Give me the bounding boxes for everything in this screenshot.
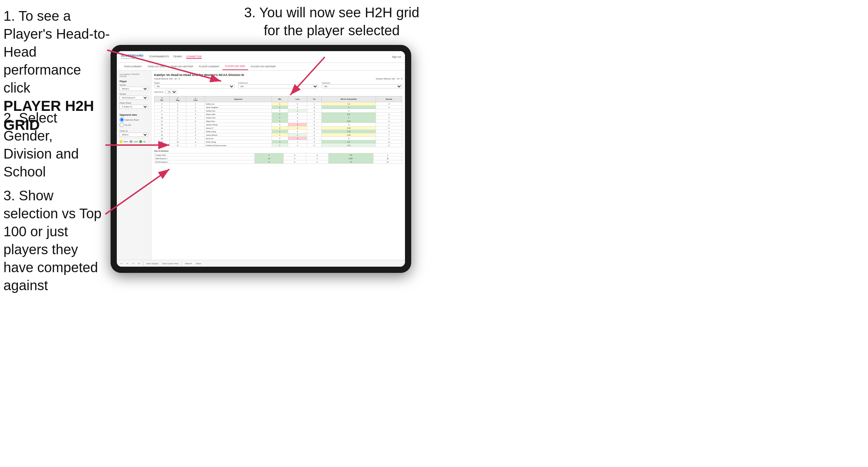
sidebar-division-select[interactable]: NCAA Division III: [120, 96, 148, 100]
nav-committee[interactable]: COMMITTEE: [186, 55, 202, 59]
cell-div: 20: [154, 144, 170, 147]
dot-level-label: Level: [134, 141, 138, 143]
out-table-row: Foreign Team 1 0 0 4.5 2: [154, 153, 402, 157]
nav-sign-out[interactable]: Sign out: [392, 56, 401, 58]
cell-tie: 0: [307, 130, 321, 133]
cell-tie: 0: [307, 123, 321, 126]
record-row: Overall Record: 353 - 34 - 6 Division Re…: [154, 78, 402, 80]
toolbar-undo[interactable]: ↩: [120, 262, 123, 265]
sidebar-radio-opponents-played[interactable]: Opponents Played: [120, 117, 148, 122]
filter-opponent-select[interactable]: (All): [322, 84, 402, 88]
toolbar-redo2[interactable]: ⟳: [137, 262, 141, 265]
cell-reg: 2: [169, 120, 186, 123]
toolbar-watch[interactable]: Watch ▾: [184, 262, 193, 265]
cell-opponent: Eunice Yi: [205, 126, 272, 130]
sidebar-gender-select[interactable]: Women's: [120, 87, 148, 91]
cell-tie: 0: [307, 126, 321, 130]
table-row: 9 1 4 Sharon Mun 1 0 0 3.67 3: [154, 113, 402, 116]
cell-loss: 3: [288, 123, 307, 126]
cell-loss: 1: [288, 140, 307, 144]
sub-nav-team-h2h-grid[interactable]: TEAM H2H GRID: [145, 63, 168, 70]
out-cell-diff: 4.5: [328, 153, 373, 157]
cell-tie: 0: [307, 120, 321, 123]
cell-opponent: Stella Cheng: [205, 130, 272, 133]
cell-win: 4: [272, 140, 288, 144]
cell-rounds: 4: [376, 130, 402, 133]
cell-diff: 0.38: [321, 126, 376, 130]
cell-div: 15: [154, 130, 170, 133]
sub-nav-team-heatmap[interactable]: TEAM H2H HEATMAP: [168, 63, 196, 70]
cell-conf: 3: [186, 109, 205, 113]
cell-rounds: 11: [376, 140, 402, 144]
sub-nav-team-summary[interactable]: TEAM SUMMARY: [121, 63, 145, 70]
cell-win: 0: [272, 137, 288, 140]
cell-opponent: Heejo Hyun: [205, 120, 272, 123]
cell-reg: 1: [169, 123, 186, 126]
sidebar-player-rank-select[interactable]: 8. Katelyn Vo: [120, 105, 148, 109]
sidebar-player-title: Player: [120, 80, 148, 83]
nav-teams[interactable]: TEAMS: [173, 55, 182, 59]
table-row: 20 11 7 Federica Domecq Lacroze 2 1 0 1.…: [154, 144, 402, 147]
cell-opponent: Sydney Kuo: [205, 109, 272, 113]
dot-down: [120, 140, 122, 143]
table-row: 18 2 2 Euna Lee 0 3 0 -5 2: [154, 137, 402, 140]
logo-area: SCOREBOARD Powered by clippd: [121, 54, 143, 59]
cell-diff: 1.33: [321, 144, 376, 147]
toolbar-redo[interactable]: ↪: [131, 262, 135, 265]
cell-rounds: 3: [376, 113, 402, 116]
nav-tournaments[interactable]: TOURNAMENTS: [149, 55, 169, 59]
cell-conf: 3: [186, 116, 205, 120]
cell-loss: 0: [288, 113, 307, 116]
cell-div: 3: [154, 102, 170, 106]
cell-loss: 3: [288, 137, 307, 140]
cell-diff: -1: [321, 109, 376, 113]
tablet-frame: SCOREBOARD Powered by clippd TOURNAMENTS…: [111, 45, 411, 273]
table-row: 6 3 3 Sydney Kuo 0 1 0 -1: [154, 109, 402, 113]
content-area: Katelyn Vo Head-to-Head Grid for Women's…: [151, 70, 405, 260]
sidebar-radio-top100[interactable]: Top 100: [120, 123, 148, 127]
sidebar-colour-dots: Down Level Up: [120, 140, 148, 143]
cell-conf: 6: [186, 140, 205, 144]
out-cell-loss: 0: [283, 160, 306, 164]
toolbar-share[interactable]: Share: [195, 262, 202, 265]
cell-diff: 4: [321, 116, 376, 120]
th-reg: #Reg: [169, 96, 186, 102]
dot-down-label: Down: [124, 141, 128, 143]
sub-nav-player-heatmap[interactable]: PLAYER H2H HEATMAP: [248, 63, 279, 70]
cell-rounds: 7: [376, 133, 402, 137]
cell-opponent: Jessica Huang: [205, 123, 272, 126]
sub-nav-player-h2h-grid[interactable]: PLAYER H2H GRID: [223, 63, 248, 70]
filter-region-select[interactable]: (All): [154, 84, 235, 88]
cell-tie: 0: [307, 140, 321, 144]
cell-rounds: 2: [376, 137, 402, 140]
opponents-select[interactable]: (All): [165, 90, 177, 94]
cell-loss: 1: [288, 144, 307, 147]
toolbar-save-custom[interactable]: Save Custom View: [161, 262, 179, 265]
cell-rounds: 4: [376, 116, 402, 120]
cell-win: 0: [272, 123, 288, 126]
out-table-row: NAIA Division 1 15 0 0 9.267 30: [154, 157, 402, 160]
table-row: 11 2 5 Heejo Hyun 1 0 0 3.33 3: [154, 120, 402, 123]
toolbar-undo2[interactable]: ↩: [125, 262, 129, 265]
cell-reg: 8: [169, 130, 186, 133]
cell-reg: 1: [169, 113, 186, 116]
sidebar-colour-label: Colour by: [120, 130, 148, 132]
filter-conference-select[interactable]: (All): [238, 84, 319, 88]
cell-loss: 0: [288, 130, 307, 133]
sub-nav-player-summary[interactable]: PLAYER SUMMARY: [196, 63, 223, 70]
sub-nav: TEAM SUMMARY TEAM H2H GRID TEAM H2H HEAT…: [117, 63, 405, 70]
th-tie: Tie: [307, 96, 321, 102]
out-cell-name: NCAA Division 2: [154, 160, 255, 164]
th-win: Win: [272, 96, 288, 102]
filter-conference: Conference (All): [238, 82, 319, 88]
out-cell-win: 5: [255, 160, 283, 164]
sidebar-colour-select[interactable]: Win/loss: [120, 133, 148, 137]
filter-region-label: Region: [154, 82, 235, 84]
cell-loss: 0: [288, 120, 307, 123]
cell-rounds: 9: [376, 126, 402, 130]
toolbar-view-original[interactable]: View: Original: [145, 262, 159, 265]
out-of-division-label: Out of division: [154, 150, 402, 152]
instruction-step3-left: 3. Show selection vs Top 100 or just pla…: [3, 187, 107, 294]
tablet-screen: SCOREBOARD Powered by clippd TOURNAMENTS…: [117, 51, 405, 267]
cell-rounds: 2: [376, 123, 402, 126]
